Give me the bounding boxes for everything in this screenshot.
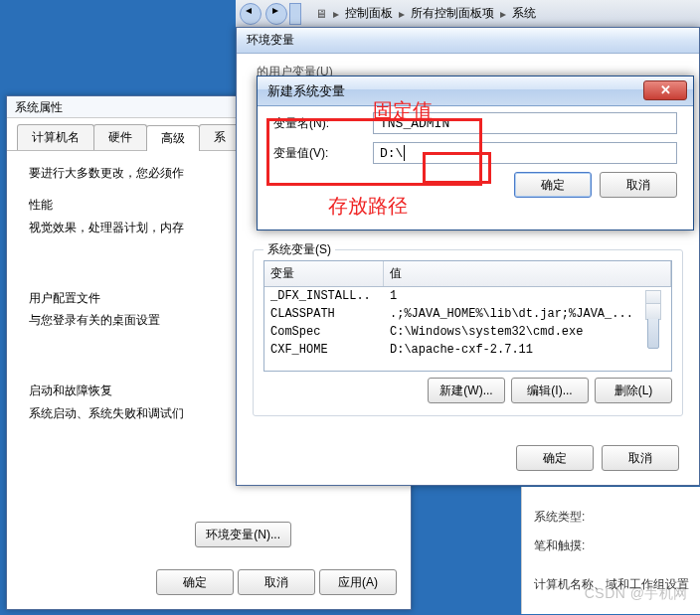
table-row[interactable]: CLASSPATH .;%JAVA_HOME%\lib\dt.jar;%JAVA… [264,305,671,323]
table-row[interactable]: ComSpec C:\Windows\system32\cmd.exe [264,323,671,341]
breadcrumb-c[interactable]: 系统 [512,5,536,22]
newvar-cancel-button[interactable]: 取消 [600,172,677,198]
sp-apply-button[interactable]: 应用(A) [319,569,397,595]
var-name-label: 变量名(N): [273,115,373,132]
chevron-right-icon: ▸ [272,3,278,17]
sp-cancel-button[interactable]: 取消 [238,569,315,595]
var-name-input[interactable] [373,112,677,134]
system-vars-table[interactable]: 变量 值 _DFX_INSTALL.. 1 CLASSPATH .;%JAVA_… [263,260,672,372]
delete-var-button[interactable]: 删除(L) [595,378,672,403]
scroll-thumb[interactable] [647,307,659,349]
env-vars-button[interactable]: 环境变量(N)... [195,522,291,547]
system-info-panel: 系统类型: 笔和触摸: 计算机名称、域和工作组设置 [521,487,700,614]
tab-sys-prot[interactable]: 系 [199,124,241,150]
new-var-button[interactable]: 新建(W)... [428,378,505,403]
chevron-left-icon: ◂ [246,3,252,17]
edit-var-button[interactable]: 编辑(I)... [511,378,589,403]
table-row[interactable]: _DFX_INSTALL.. 1 [264,287,671,305]
col-variable[interactable]: 变量 [264,261,384,286]
breadcrumb-bar: ◂ ▸ 🖥 ▸ 控制面板 ▸ 所有控制面板项 ▸ 系统 [236,0,700,28]
sp-ok-button[interactable]: 确定 [156,569,234,595]
col-value[interactable]: 值 [384,261,671,286]
scrollbar[interactable] [645,290,661,320]
new-system-variable-dialog: 新建系统变量 ✕ 变量名(N): 变量值(V): D:\ 确定 取消 [257,76,694,231]
system-vars-group: 系统变量(S) 变量 值 _DFX_INSTALL.. 1 CLASSPATH … [253,249,683,416]
breadcrumb-b[interactable]: 所有控制面板项 [411,5,494,22]
var-value-label: 变量值(V): [273,145,373,162]
nav-history-dropdown[interactable] [289,3,301,25]
env-cancel-button[interactable]: 取消 [602,445,679,471]
newvar-title-text: 新建系统变量 [267,83,345,98]
tab-computer-name[interactable]: 计算机名 [17,124,94,150]
breadcrumb-a[interactable]: 控制面板 [345,5,393,22]
pen-touch-label: 笔和触摸: [534,532,692,560]
text-cursor [404,145,405,161]
system-type-label: 系统类型: [534,503,692,532]
close-button[interactable]: ✕ [643,80,687,100]
env-ok-button[interactable]: 确定 [516,445,594,471]
tab-advanced[interactable]: 高级 [146,125,200,151]
close-icon: ✕ [660,82,671,97]
var-value-text: D:\ [380,146,403,161]
system-vars-title: 系统变量(S) [263,241,335,258]
tab-hardware[interactable]: 硬件 [93,124,147,150]
newvar-ok-button[interactable]: 确定 [514,172,592,198]
env-title: 环境变量 [237,28,699,54]
var-value-input[interactable]: D:\ [373,142,677,164]
computer-name-section-label: 计算机名称、域和工作组设置 [534,570,692,599]
mon-icon: 🖥 [315,7,327,21]
table-row[interactable]: CXF_HOME D:\apache-cxf-2.7.11 [264,341,671,359]
newvar-title: 新建系统变量 ✕ [258,77,693,106]
